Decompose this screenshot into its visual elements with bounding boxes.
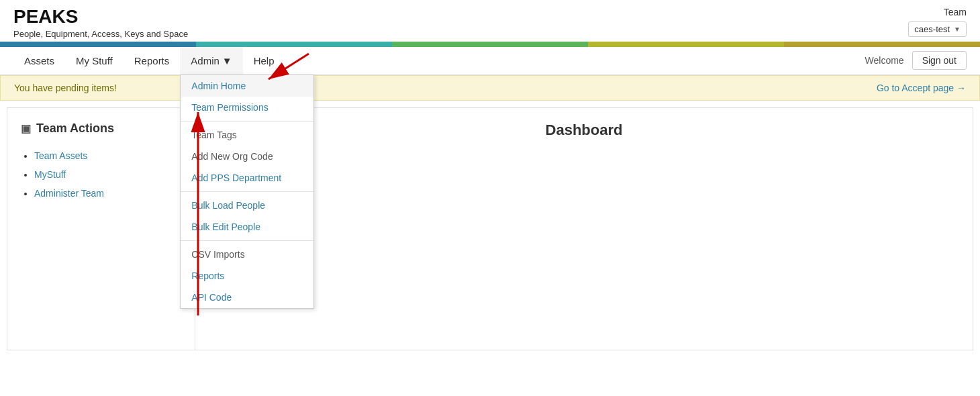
admin-dropdown-menu: Admin Home Team Permissions Team Tags Ad… <box>180 75 314 309</box>
navbar: Assets My Stuff Reports Admin ▼ Admin Ho… <box>0 47 980 75</box>
admin-chevron-icon: ▼ <box>222 55 232 66</box>
dropdown-divider-3 <box>181 240 313 241</box>
admin-label: Admin <box>191 55 219 66</box>
header-right: Team caes-test ▼ <box>908 7 967 37</box>
chevron-down-icon: ▼ <box>954 26 961 33</box>
sidebar: ▣ Team Actions Team Assets MyStuff Admin… <box>7 108 195 350</box>
rainbow-bar <box>0 42 980 47</box>
list-item-team-assets: Team Assets <box>34 146 181 165</box>
list-item-administer-team: Administer Team <box>34 184 181 203</box>
sidebar-title: ▣ Team Actions <box>21 121 181 136</box>
dropdown-item-api-code[interactable]: API Code <box>181 287 313 308</box>
app-subtitle: People, Equipment, Access, Keys and Spac… <box>13 29 188 39</box>
dropdown-item-team-tags[interactable]: Team Tags <box>181 124 313 146</box>
pending-message: You have pending items! <box>14 83 117 93</box>
dropdown-item-csv-imports[interactable]: CSV Imports <box>181 244 313 265</box>
dropdown-divider-2 <box>181 191 313 192</box>
dropdown-item-admin-home[interactable]: Admin Home <box>181 75 313 97</box>
dropdown-item-team-permissions[interactable]: Team Permissions <box>181 97 313 118</box>
nav-item-assets[interactable]: Assets <box>13 47 65 75</box>
dropdown-item-reports[interactable]: Reports <box>181 265 313 287</box>
dropdown-item-bulk-edit-people[interactable]: Bulk Edit People <box>181 216 313 238</box>
team-actions-icon: ▣ <box>21 122 31 135</box>
mystuff-link[interactable]: MyStuff <box>34 169 66 180</box>
nav-items: Assets My Stuff Reports Admin ▼ Admin Ho… <box>13 47 285 75</box>
header-left: PEAKS People, Equipment, Access, Keys an… <box>13 7 188 39</box>
team-name: caes-test <box>914 24 950 34</box>
app-title: PEAKS <box>13 7 188 28</box>
dropdown-item-add-pps-department[interactable]: Add PPS Department <box>181 167 313 189</box>
admin-nav-button[interactable]: Admin ▼ <box>180 47 242 75</box>
team-label: Team <box>944 7 967 17</box>
dropdown-item-add-new-org-code[interactable]: Add New Org Code <box>181 146 313 167</box>
nav-right: Welcome Sign out <box>865 51 967 70</box>
team-selector[interactable]: caes-test ▼ <box>908 21 967 37</box>
welcome-text: Welcome <box>865 55 904 66</box>
sign-out-button[interactable]: Sign out <box>912 51 967 70</box>
nav-item-my-stuff[interactable]: My Stuff <box>65 47 124 75</box>
sidebar-section-title: Team Actions <box>36 121 114 136</box>
nav-item-admin-dropdown[interactable]: Admin ▼ Admin Home Team Permissions Team… <box>180 47 242 75</box>
pending-banner: You have pending items! Go to Accept pag… <box>0 75 980 101</box>
dropdown-divider-1 <box>181 121 313 121</box>
dashboard-title: Dashboard <box>209 121 959 139</box>
administer-team-link[interactable]: Administer Team <box>34 188 104 199</box>
sidebar-links: Team Assets MyStuff Administer Team <box>21 146 181 203</box>
list-item-mystuff: MyStuff <box>34 165 181 184</box>
main-content: ▣ Team Actions Team Assets MyStuff Admin… <box>7 107 973 350</box>
dropdown-item-bulk-load-people[interactable]: Bulk Load People <box>181 195 313 216</box>
go-to-accept-page-link[interactable]: Go to Accept page → <box>877 83 966 93</box>
nav-item-help[interactable]: Help <box>243 47 285 75</box>
nav-item-reports[interactable]: Reports <box>124 47 181 75</box>
header: PEAKS People, Equipment, Access, Keys an… <box>0 0 980 39</box>
team-assets-link[interactable]: Team Assets <box>34 150 87 161</box>
